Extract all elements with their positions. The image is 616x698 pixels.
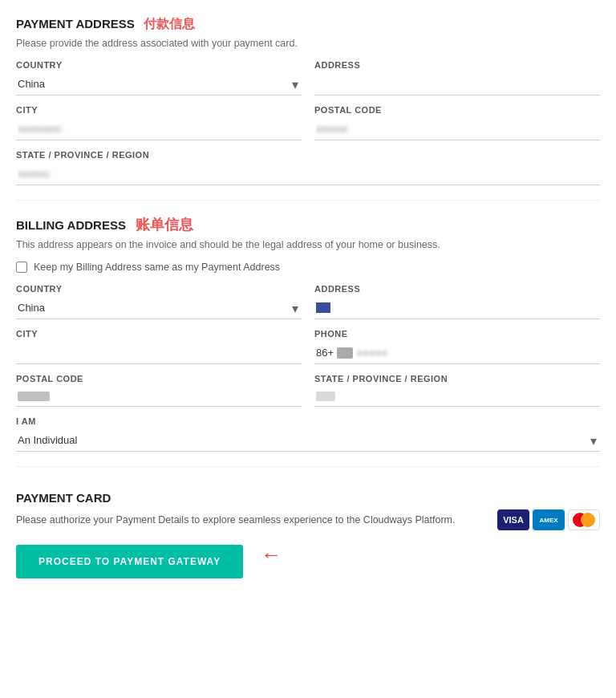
payment-address-title: PAYMENT ADDRESS (16, 17, 135, 30)
payment-address-label: ADDRESS (314, 60, 600, 70)
payment-postal-input[interactable] (314, 118, 600, 140)
payment-state-input[interactable] (16, 163, 600, 185)
billing-postal-group: POSTAL CODE (16, 374, 302, 407)
billing-row-2: CITY PHONE 86+ (16, 329, 600, 364)
billing-postal-label: POSTAL CODE (16, 374, 302, 383)
billing-address-label: ADDRESS (314, 284, 600, 294)
billing-same-checkbox-row[interactable]: Keep my Billing Address same as my Payme… (16, 262, 600, 273)
payment-country-label: COUNTRY (16, 60, 302, 70)
address-flag-icon (316, 302, 330, 313)
page-container: PAYMENT ADDRESS 付款信息 Please provide the … (0, 0, 616, 603)
payment-address-group: ADDRESS (314, 60, 600, 95)
proceed-btn-wrapper: PROCEED TO PAYMENT GATEWAY ← (16, 530, 243, 578)
billing-iam-label: I AM (16, 416, 600, 426)
billing-iam-group: I AM An Individual A Business ▾ (16, 416, 600, 452)
state-blurred-icon (316, 392, 335, 401)
billing-address-subtitle: This address appears on the invoice and … (16, 239, 600, 250)
billing-city-group: CITY (16, 329, 302, 364)
phone-prefix: 86+ (316, 347, 334, 359)
billing-country-select[interactable]: China United States (16, 297, 302, 319)
payment-country-select[interactable]: China United States (16, 73, 302, 95)
payment-address-title-cn: 付款信息 (144, 17, 195, 30)
payment-state-label: STATE / PROVINCE / REGION (16, 150, 600, 160)
billing-country-select-wrapper[interactable]: China United States ▾ (16, 297, 302, 319)
billing-phone-label: PHONE (314, 329, 600, 339)
billing-same-checkbox[interactable] (16, 262, 27, 273)
payment-card-section: PAYMENT CARD Please authorize your Payme… (16, 483, 600, 578)
payment-city-group: CITY (16, 105, 302, 140)
payment-country-select-wrapper[interactable]: China United States ▾ (16, 73, 302, 95)
phone-flag-icon (337, 347, 353, 359)
proceed-to-payment-button[interactable]: PROCEED TO PAYMENT GATEWAY (16, 545, 243, 578)
section-divider (16, 200, 600, 201)
billing-address-group: ADDRESS (314, 284, 600, 319)
billing-row-1: COUNTRY China United States ▾ ADDRESS (16, 284, 600, 319)
payment-postal-group: POSTAL CODE (314, 105, 600, 140)
payment-address-subtitle: Please provide the address associated wi… (16, 38, 600, 49)
billing-row-4: I AM An Individual A Business ▾ (16, 416, 600, 452)
arrow-indicator-icon: ← (261, 542, 282, 567)
payment-row-3: STATE / PROVINCE / REGION (16, 150, 600, 185)
payment-row-2: CITY POSTAL CODE (16, 105, 600, 140)
billing-header: BILLING ADDRESS 账单信息 (16, 215, 600, 234)
postal-blurred-icon (18, 392, 50, 401)
payment-address-section: PAYMENT ADDRESS 付款信息 Please provide the … (16, 16, 600, 185)
card-icons-container: VISA AMEX (497, 509, 600, 530)
billing-address-input[interactable] (334, 302, 598, 314)
billing-phone-input-row[interactable]: 86+ (314, 342, 600, 364)
payment-card-divider (16, 466, 600, 467)
billing-country-group: COUNTRY China United States ▾ (16, 284, 302, 319)
payment-state-group: STATE / PROVINCE / REGION (16, 150, 600, 185)
billing-iam-select-wrapper[interactable]: An Individual A Business ▾ (16, 429, 600, 452)
billing-same-label[interactable]: Keep my Billing Address same as my Payme… (34, 262, 280, 273)
billing-city-label: CITY (16, 329, 302, 339)
mastercard-icon (568, 509, 600, 530)
billing-city-input[interactable] (16, 342, 302, 364)
payment-city-input[interactable] (16, 118, 302, 140)
payment-country-group: COUNTRY China United States ▾ (16, 60, 302, 95)
billing-phone-group: PHONE 86+ (314, 329, 600, 364)
billing-state-group: STATE / PROVINCE / REGION (314, 374, 600, 407)
payment-city-label: CITY (16, 105, 302, 115)
payment-card-row: Please authorize your Payment Details to… (16, 509, 600, 530)
amex-icon: AMEX (533, 509, 565, 530)
billing-address-section: BILLING ADDRESS 账单信息 This address appear… (16, 215, 600, 452)
visa-icon: VISA (497, 509, 529, 530)
payment-address-input[interactable] (314, 73, 600, 95)
payment-postal-label: POSTAL CODE (314, 105, 600, 115)
billing-address-title: BILLING ADDRESS (16, 218, 126, 232)
billing-address-title-cn: 账单信息 (136, 217, 193, 233)
billing-country-label: COUNTRY (16, 284, 302, 294)
billing-row-3: POSTAL CODE STATE / PROVINCE / REGION (16, 374, 600, 407)
billing-iam-select[interactable]: An Individual A Business (16, 429, 600, 452)
payment-card-desc: Please authorize your Payment Details to… (16, 514, 497, 526)
payment-card-title: PAYMENT CARD (16, 491, 111, 505)
billing-phone-input[interactable] (356, 347, 598, 359)
mc-orange-circle (581, 513, 595, 527)
payment-row-1: COUNTRY China United States ▾ ADDRESS (16, 60, 600, 95)
billing-state-label: STATE / PROVINCE / REGION (314, 374, 600, 383)
